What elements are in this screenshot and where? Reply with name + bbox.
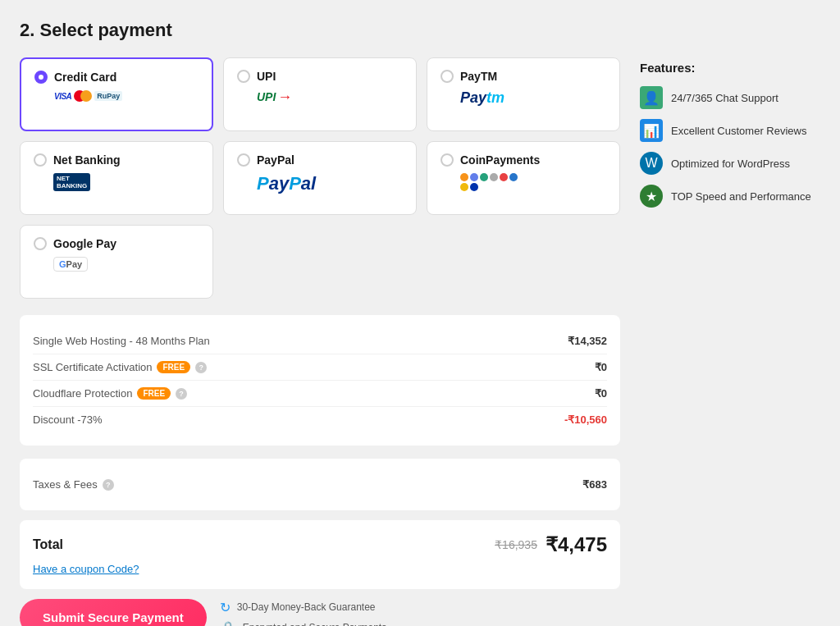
guarantee-badge: ↻ 30-Day Money-Back Guarantee — [220, 600, 386, 615]
features-title: Features: — [640, 61, 820, 75]
wordpress-label: Optimized for WordPress — [671, 158, 790, 170]
ssl-label: SSL Certificate Activation FREE ? — [33, 361, 207, 373]
chat-support-label: 24/7/365 Chat Support — [671, 92, 778, 104]
upi-logo: UPI → — [257, 89, 292, 104]
feature-speed: ★ TOP Speed and Performance — [640, 185, 820, 208]
paytm-logo: Paytm — [460, 89, 504, 107]
guarantee-label: 30-Day Money-Back Guarantee — [237, 601, 376, 613]
hosting-value: ₹14,352 — [568, 335, 607, 347]
ssl-info-icon[interactable]: ? — [195, 362, 207, 373]
feature-customer-reviews: 📊 Excellent Customer Reviews — [640, 119, 820, 142]
total-label: Total — [33, 537, 63, 552]
speed-label: TOP Speed and Performance — [671, 190, 811, 203]
payment-option-net-banking[interactable]: Net Banking NETBANKING — [20, 141, 213, 215]
net-banking-logo: NETBANKING — [53, 173, 90, 191]
taxes-section: Taxes & Fees ? ₹683 — [20, 459, 620, 510]
summary-row-ssl: SSL Certificate Activation FREE ? ₹0 — [33, 354, 607, 381]
total-values: ₹16,935 ₹4,475 — [495, 533, 607, 556]
coinpayments-logo — [460, 173, 526, 191]
credit-card-label: Credit Card — [54, 71, 116, 84]
page-title: 2. Select payment — [20, 20, 820, 41]
encrypted-badge: 🔒 Encrypted and Secure Payments — [220, 620, 386, 627]
total-row: Total ₹16,935 ₹4,475 — [33, 533, 607, 556]
radio-credit-card — [34, 71, 48, 84]
feature-wordpress: W Optimized for WordPress — [640, 152, 820, 175]
wordpress-icon: W — [640, 152, 663, 175]
mastercard-logo — [74, 90, 92, 102]
lock-icon: 🔒 — [220, 620, 236, 627]
speed-icon: ★ — [640, 185, 663, 208]
total-old-price: ₹16,935 — [495, 538, 537, 551]
summary-row-hosting: Single Web Hosting - 48 Months Plan ₹14,… — [33, 328, 607, 354]
cloudflare-free-badge: FREE — [137, 387, 171, 400]
net-banking-label: Net Banking — [53, 153, 121, 167]
credit-card-logos: VISA RuPay — [54, 90, 122, 102]
radio-paypal — [237, 153, 250, 167]
taxes-label: Taxes & Fees ? — [33, 478, 114, 491]
paytm-label: PayTM — [460, 70, 497, 83]
summary-row-discount: Discount -73% -₹10,560 — [33, 407, 607, 432]
paypal-logo: PayPal — [257, 173, 316, 194]
summary-section: Single Web Hosting - 48 Months Plan ₹14,… — [20, 315, 620, 446]
gpay-logo: GPay — [53, 257, 88, 272]
payment-option-paypal[interactable]: PayPal PayPal — [223, 141, 417, 215]
google-pay-label: Google Pay — [53, 237, 116, 250]
cloudflare-value: ₹0 — [595, 387, 607, 400]
radio-google-pay — [34, 237, 47, 250]
paypal-label: PayPal — [257, 153, 294, 167]
taxes-row: Taxes & Fees ? ₹683 — [33, 472, 607, 497]
hosting-label: Single Web Hosting - 48 Months Plan — [33, 335, 210, 347]
feature-chat-support: 👤 24/7/365 Chat Support — [640, 86, 820, 109]
ssl-value: ₹0 — [595, 361, 607, 373]
total-section: Total ₹16,935 ₹4,475 Have a coupon Code? — [20, 520, 620, 589]
coupon-link[interactable]: Have a coupon Code? — [33, 563, 139, 575]
taxes-info-icon[interactable]: ? — [103, 479, 114, 491]
submit-payment-button[interactable]: Submit Secure Payment — [20, 599, 207, 626]
summary-row-cloudflare: Cloudflare Protection FREE ? ₹0 — [33, 381, 607, 407]
cloudflare-info-icon[interactable]: ? — [176, 388, 187, 400]
security-badges: ↻ 30-Day Money-Back Guarantee 🔒 Encrypte… — [220, 600, 386, 627]
payment-option-paytm[interactable]: PayTM Paytm — [427, 57, 620, 131]
refresh-icon: ↻ — [220, 600, 231, 615]
payment-option-coinpayments[interactable]: CoinPayments — [427, 141, 620, 215]
customer-reviews-label: Excellent Customer Reviews — [671, 125, 806, 137]
chat-support-icon: 👤 — [640, 86, 663, 109]
cloudflare-label: Cloudflare Protection FREE ? — [33, 387, 187, 400]
taxes-value: ₹683 — [582, 478, 607, 491]
customer-reviews-icon: 📊 — [640, 119, 663, 142]
upi-label: UPI — [257, 70, 276, 83]
discount-label: Discount -73% — [33, 414, 103, 426]
features-panel: Features: 👤 24/7/365 Chat Support 📊 Exce… — [640, 57, 820, 208]
total-new-price: ₹4,475 — [546, 533, 607, 556]
encrypted-label: Encrypted and Secure Payments — [243, 622, 386, 626]
radio-net-banking — [34, 153, 47, 167]
payment-option-google-pay[interactable]: Google Pay GPay — [20, 225, 213, 299]
submit-area: Submit Secure Payment ↻ 30-Day Money-Bac… — [20, 599, 620, 626]
payment-options-grid: Credit Card VISA RuPay — [20, 57, 620, 299]
radio-upi — [237, 70, 250, 83]
visa-logo: VISA — [54, 92, 71, 101]
payment-option-credit-card[interactable]: Credit Card VISA RuPay — [20, 57, 213, 131]
coinpayments-label: CoinPayments — [460, 153, 540, 167]
ssl-free-badge: FREE — [157, 361, 190, 373]
radio-paytm — [441, 70, 454, 83]
radio-coinpayments — [441, 153, 454, 167]
rupay-logo: RuPay — [94, 91, 122, 101]
discount-value: -₹10,560 — [564, 414, 607, 426]
payment-option-upi[interactable]: UPI UPI → — [223, 57, 417, 131]
